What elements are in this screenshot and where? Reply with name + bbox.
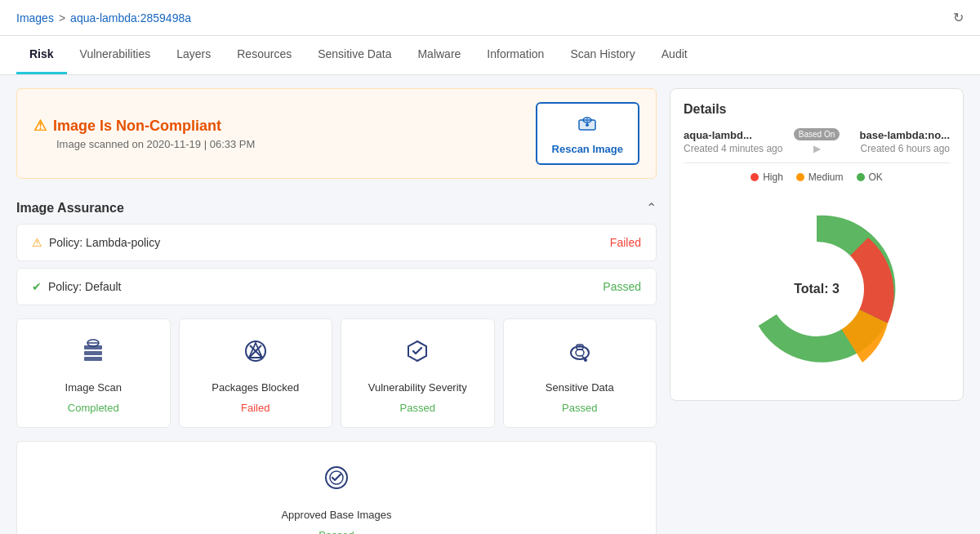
banner-left: ⚠ Image Is Non-Compliant Image scanned o… [33, 117, 255, 150]
card-vulnerability-severity[interactable]: Vulnerability Severity Passed [341, 318, 495, 428]
tab-information[interactable]: Information [474, 36, 557, 74]
svg-rect-6 [84, 351, 102, 355]
details-title: Details [684, 102, 950, 117]
policy-fail-icon: ⚠ [32, 236, 42, 249]
details-panel: Details aqua-lambd... Created 4 minutes … [670, 88, 964, 401]
based-on-badge: Based On [794, 128, 840, 140]
legend-medium: Medium [796, 171, 844, 183]
svg-point-14 [571, 346, 589, 359]
breadcrumb-current: aqua-lambda:2859498a [70, 11, 191, 24]
vulnerability-severity-icon [402, 336, 433, 373]
left-panel: ⚠ Image Is Non-Compliant Image scanned o… [16, 88, 657, 534]
image-time-right: Created 6 hours ago [840, 143, 950, 154]
card-image-scan[interactable]: Image Scan Completed [16, 318, 171, 428]
warning-icon: ⚠ [33, 117, 47, 135]
non-compliant-banner: ⚠ Image Is Non-Compliant Image scanned o… [16, 88, 657, 179]
based-on-container: Based On ▶ [794, 128, 840, 154]
image-info-right: base-lambda:no... Created 6 hours ago [840, 129, 950, 154]
policy-status-default: Passed [603, 280, 641, 293]
legend-dot-medium [796, 173, 804, 181]
svg-point-4 [586, 123, 589, 127]
image-time-left: Created 4 minutes ago [684, 143, 794, 154]
tabs-bar: Risk Vulnerabilities Layers Resources Se… [0, 36, 980, 75]
refresh-icon[interactable]: ↻ [953, 10, 964, 25]
packages-blocked-icon [240, 336, 271, 373]
svg-rect-5 [84, 357, 102, 361]
main-content: ⚠ Image Is Non-Compliant Image scanned o… [0, 75, 980, 534]
section-title: Image Assurance [16, 201, 124, 216]
approved-base-card[interactable]: Approved Base Images Passed [16, 441, 657, 534]
approved-base-status: Passed [318, 529, 354, 534]
card-status-sensitive-data: Passed [562, 402, 597, 414]
approved-base-label: Approved Base Images [281, 509, 391, 521]
policy-row-default[interactable]: ✔ Policy: Default Passed [16, 268, 657, 305]
breadcrumb-separator: > [59, 11, 65, 24]
donut-total-label: Total: 3 [794, 282, 840, 296]
image-name-left: aqua-lambd... [684, 129, 794, 141]
tab-sensitive-data[interactable]: Sensitive Data [305, 36, 404, 74]
rescan-label: Rescan Image [552, 143, 623, 155]
right-panel: Details aqua-lambd... Created 4 minutes … [670, 88, 964, 534]
sensitive-data-icon [564, 336, 595, 373]
tab-resources[interactable]: Resources [224, 36, 305, 74]
policy-name-default: Policy: Default [48, 280, 121, 293]
card-label-vulnerability-severity: Vulnerability Severity [368, 381, 467, 394]
card-status-packages-blocked: Failed [241, 402, 270, 414]
banner-title: ⚠ Image Is Non-Compliant [33, 117, 255, 135]
image-info-left: aqua-lambd... Created 4 minutes ago [684, 129, 794, 154]
collapse-icon[interactable]: ⌃ [646, 200, 657, 216]
card-packages-blocked[interactable]: Packages Blocked Failed [179, 318, 333, 428]
rescan-button[interactable]: Rescan Image [536, 102, 639, 165]
card-status-image-scan: Completed [68, 402, 119, 414]
policy-pass-icon: ✔ [32, 280, 42, 293]
policy-name-lambda: Policy: Lambda-policy [49, 236, 160, 249]
tab-scan-history[interactable]: Scan History [557, 36, 648, 74]
chart-legend: High Medium OK [684, 171, 950, 183]
policy-status-lambda: Failed [610, 236, 641, 249]
banner-subtitle: Image scanned on 2020-11-19 | 06:33 PM [56, 138, 255, 150]
tab-layers[interactable]: Layers [163, 36, 224, 74]
tab-risk[interactable]: Risk [16, 36, 67, 74]
cards-row: Image Scan Completed Packages Blocked Fa… [16, 318, 657, 428]
divider [684, 162, 950, 163]
card-sensitive-data[interactable]: Sensitive Data Passed [503, 318, 657, 428]
legend-ok: OK [857, 171, 883, 183]
images-comparison: aqua-lambd... Created 4 minutes ago Base… [684, 128, 950, 154]
tab-vulnerabilities[interactable]: Vulnerabilities [67, 36, 164, 74]
card-label-packages-blocked: Packages Blocked [212, 381, 299, 394]
svg-point-15 [576, 349, 584, 356]
donut-chart-container: Total: 3 [684, 191, 950, 387]
tab-malware[interactable]: Malware [404, 36, 474, 74]
legend-high: High [751, 171, 783, 183]
approved-base-icon [320, 461, 353, 501]
image-name-right: base-lambda:no... [840, 129, 950, 141]
top-bar: Images > aqua-lambda:2859498a ↻ [0, 0, 980, 36]
card-label-sensitive-data: Sensitive Data [546, 381, 614, 394]
tab-audit[interactable]: Audit [648, 36, 701, 74]
card-status-vulnerability-severity: Passed [400, 402, 435, 414]
policy-row-lambda[interactable]: ⚠ Policy: Lambda-policy Failed [16, 224, 657, 261]
image-scan-icon [78, 336, 109, 373]
breadcrumb-images[interactable]: Images [16, 11, 54, 24]
breadcrumb: Images > aqua-lambda:2859498a [16, 11, 191, 24]
svg-point-18 [584, 358, 587, 362]
rescan-icon [576, 112, 599, 140]
legend-dot-ok [857, 173, 865, 181]
play-icon: ▶ [813, 143, 821, 154]
legend-dot-high [751, 173, 759, 181]
card-label-image-scan: Image Scan [65, 381, 122, 394]
image-assurance-section: Image Assurance ⌃ ⚠ Policy: Lambda-polic… [16, 189, 657, 305]
section-header: Image Assurance ⌃ [16, 189, 657, 224]
